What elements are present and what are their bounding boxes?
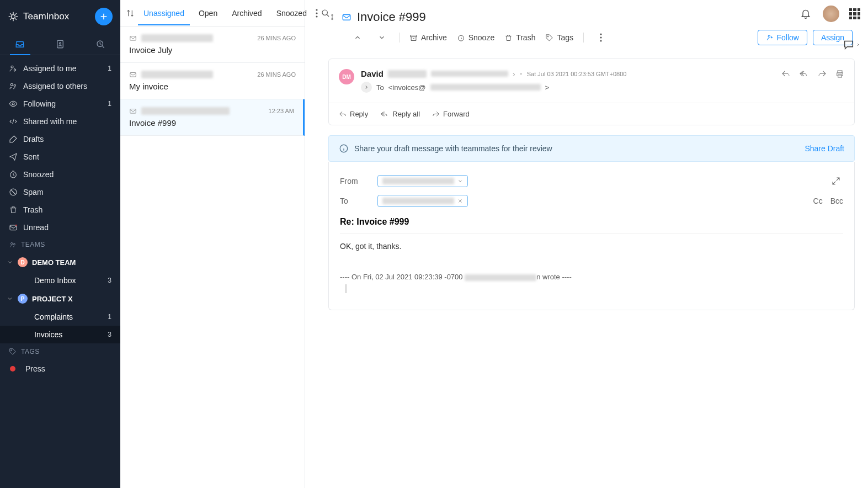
send-icon <box>9 152 18 161</box>
svg-rect-24 <box>343 15 350 20</box>
tags-button[interactable]: Tags <box>545 33 573 42</box>
user-avatar[interactable] <box>823 6 839 22</box>
top-right-controls <box>798 6 860 22</box>
reply-all-icon[interactable] <box>799 70 809 78</box>
thread-item[interactable]: 26 MINS AGO Invoice July <box>120 26 305 63</box>
nav-label: Following <box>23 99 56 108</box>
thread-time: 26 MINS AGO <box>257 35 296 41</box>
sidebar-tab-analytics[interactable] <box>80 33 120 55</box>
nav-assigned-to-me[interactable]: Assigned to me1 <box>0 60 120 77</box>
svg-point-5 <box>10 83 13 86</box>
nav-trash[interactable]: Trash <box>0 201 120 219</box>
channel-invoices[interactable]: Invoices3 <box>0 326 120 343</box>
snooze-button[interactable]: Snooze <box>457 33 494 42</box>
trash-button[interactable]: Trash <box>504 33 535 42</box>
reply-all-button[interactable]: Reply all <box>380 110 420 118</box>
more-vertical-icon <box>600 33 602 42</box>
share-icon <box>9 117 18 126</box>
expand-recipients[interactable] <box>361 82 372 93</box>
thread-item[interactable]: 12:23 AM Invoice #999 <box>120 99 305 136</box>
users-icon <box>9 82 18 91</box>
app-launcher[interactable] <box>849 8 860 19</box>
forward-button[interactable]: Forward <box>432 110 470 118</box>
bcc-toggle[interactable]: Bcc <box>830 197 843 205</box>
compose-area: From To CcBcc Re: Invoice #999 OK, got i… <box>328 162 855 310</box>
reply-icon[interactable] <box>781 70 790 78</box>
draft-icon <box>9 135 18 144</box>
quoted-sender-redacted <box>465 274 536 281</box>
channel-complaints[interactable]: Complaints1 <box>0 308 120 326</box>
comments-toggle[interactable] <box>843 39 860 51</box>
mail-dot-icon <box>9 223 18 232</box>
team-demo[interactable]: DDEMO TEAM <box>0 253 120 272</box>
from-select[interactable] <box>377 175 468 187</box>
print-icon[interactable] <box>835 70 844 78</box>
tab-unassigned[interactable]: Unassigned <box>138 1 190 25</box>
message-card: DM David › ● Sat Jul 03 2021 00:23:53 GM… <box>328 59 855 125</box>
sidebar-tab-inbox[interactable] <box>0 33 40 55</box>
team-projectx[interactable]: PPROJECT X <box>0 289 120 308</box>
nav-label: Trash <box>23 205 42 214</box>
next-button[interactable] <box>375 30 389 45</box>
svg-point-14 <box>11 350 12 351</box>
from-label: From <box>340 177 368 185</box>
archive-button[interactable]: Archive <box>409 33 447 42</box>
from-value-redacted <box>382 178 454 184</box>
mail-icon <box>129 34 137 42</box>
sidebar-tab-contacts[interactable] <box>40 33 81 55</box>
close-icon[interactable] <box>457 198 463 204</box>
follow-button[interactable]: Follow <box>758 30 807 45</box>
nav-following[interactable]: Following1 <box>0 95 120 113</box>
prev-button[interactable] <box>350 30 365 45</box>
channel-label: Demo Inbox <box>34 276 76 285</box>
svg-rect-20 <box>130 73 136 77</box>
nav-label: Spam <box>23 188 44 197</box>
chevron-down-icon <box>7 295 13 302</box>
nav-count: 1 <box>108 100 111 108</box>
expand-compose-button[interactable] <box>829 174 843 188</box>
nav-sent[interactable]: Sent <box>0 148 120 166</box>
svg-rect-19 <box>130 36 136 41</box>
tab-archived[interactable]: Archived <box>226 1 267 25</box>
teams-section-label: TEAMS <box>0 236 120 253</box>
nav-drafts[interactable]: Drafts <box>0 130 120 148</box>
chevron-down-icon <box>457 178 463 184</box>
sort-button[interactable] <box>126 6 135 20</box>
compose-body[interactable]: OK, got it, thanks. ---- On Fri, 02 Jul … <box>340 234 843 301</box>
sender-redacted <box>141 107 230 115</box>
thread-subject: Invoice July <box>129 45 296 55</box>
to-chip[interactable] <box>377 195 468 207</box>
nav-shared-with-me[interactable]: Shared with me <box>0 113 120 130</box>
tab-open[interactable]: Open <box>193 1 223 25</box>
compose-button[interactable] <box>95 8 113 25</box>
channel-demo-inbox[interactable]: Demo Inbox3 <box>0 272 120 289</box>
compose-subject[interactable]: Re: Invoice #999 <box>340 210 843 234</box>
plus-icon <box>99 12 108 21</box>
share-draft-link[interactable]: Share Draft <box>805 144 844 153</box>
inbox-icon <box>15 39 25 49</box>
svg-point-23 <box>332 18 333 19</box>
nav-snoozed[interactable]: Snoozed <box>0 166 120 183</box>
svg-rect-32 <box>838 71 842 73</box>
cc-toggle[interactable]: Cc <box>813 197 823 205</box>
forward-icon[interactable] <box>818 70 827 78</box>
action-toolbar: Archive Snooze Trash Tags Follow Assign <box>328 24 853 51</box>
svg-rect-21 <box>130 109 136 114</box>
main-header: Invoice #999 Archive Snooze Trash Tags F… <box>305 0 868 56</box>
notifications-button[interactable] <box>798 7 813 21</box>
nav-unread[interactable]: Unread <box>0 219 120 236</box>
more-actions-button[interactable] <box>594 30 608 45</box>
nav-spam[interactable]: Spam <box>0 183 120 201</box>
svg-point-31 <box>768 35 770 37</box>
brand: TeamInbox <box>8 11 69 22</box>
nav-assigned-to-others[interactable]: Assigned to others <box>0 77 120 95</box>
svg-rect-25 <box>411 35 417 36</box>
channel-count: 3 <box>108 277 111 284</box>
sidebar: TeamInbox Assigned to me1 Assigned to ot… <box>0 0 120 488</box>
nav-list: Assigned to me1 Assigned to others Follo… <box>0 55 120 236</box>
svg-point-11 <box>15 225 17 226</box>
svg-point-22 <box>332 14 333 15</box>
thread-item[interactable]: 26 MINS AGO My invoice <box>120 63 305 99</box>
reply-button[interactable]: Reply <box>339 110 368 118</box>
tag-press[interactable]: Press <box>0 360 120 378</box>
